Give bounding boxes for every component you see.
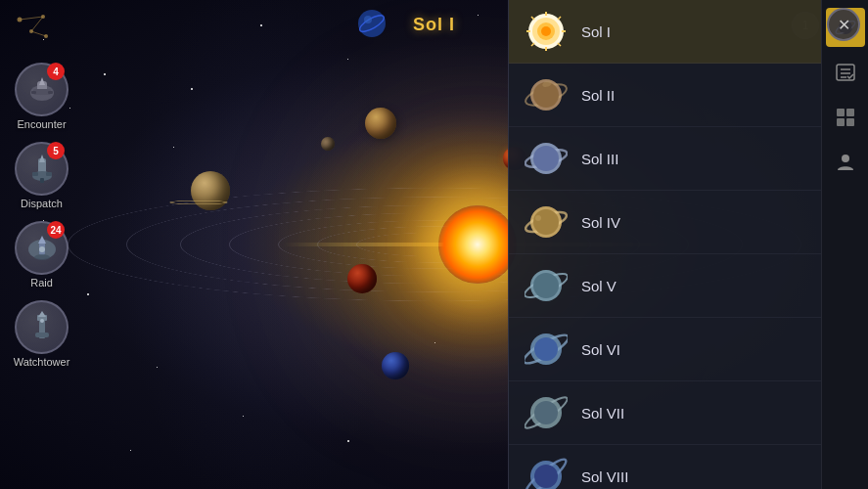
svg-point-66 (534, 465, 558, 488)
svg-line-7 (20, 17, 43, 20)
watchtower-icon (15, 300, 69, 354)
encounter-label: Encounter (17, 118, 66, 130)
svg-rect-15 (48, 91, 53, 94)
sol5-thumb (525, 264, 568, 307)
nav-item-raid[interactable]: 24 Raid (5, 217, 78, 292)
svg-rect-21 (40, 178, 44, 183)
constellation-icon (12, 12, 51, 52)
raid-label: Raid (30, 277, 53, 289)
planet-list-item-sol8[interactable]: Sol VIII (509, 445, 821, 489)
svg-marker-13 (39, 77, 45, 85)
sol6-thumb (525, 328, 568, 371)
svg-rect-20 (46, 172, 52, 176)
svg-point-35 (541, 26, 551, 36)
sol2-thumb (525, 73, 568, 116)
svg-point-0 (358, 10, 386, 37)
planet-list-panel: Sol I Sol II So (508, 0, 821, 489)
sol1-thumb (525, 10, 568, 53)
svg-marker-24 (38, 236, 46, 244)
left-nav-panel: 4 Encounter 5 (0, 49, 83, 381)
sol3-name: Sol III (581, 151, 618, 167)
planet-list-item-sol3[interactable]: Sol III (509, 127, 821, 191)
sol7-name: Sol VII (581, 405, 624, 422)
dispatch-label: Dispatch (21, 198, 63, 209)
planet-list-item-sol4[interactable]: Sol IV (509, 191, 821, 254)
sidebar-action-person[interactable] (826, 143, 865, 182)
sol5-name: Sol V (581, 278, 617, 294)
sol4-thumb (525, 200, 568, 244)
planet-list-item-sol6[interactable]: Sol VI (509, 318, 821, 381)
sidebar-action-grid[interactable] (826, 98, 865, 137)
svg-line-42 (558, 17, 561, 20)
svg-point-2 (364, 16, 372, 23)
close-button[interactable]: ✕ (827, 8, 860, 41)
check-icon (835, 62, 856, 83)
sol2-name: Sol II (581, 87, 615, 104)
svg-point-53 (533, 209, 559, 235)
planet-red (347, 264, 377, 293)
encounter-badge: 4 (47, 63, 65, 80)
svg-line-43 (531, 43, 534, 46)
svg-line-9 (31, 31, 46, 36)
svg-rect-76 (846, 109, 854, 116)
svg-rect-75 (837, 109, 845, 116)
sol4-name: Sol IV (581, 214, 620, 231)
header-planet-indicator (356, 8, 388, 39)
svg-point-60 (534, 337, 558, 361)
sol8-name: Sol VIII (581, 468, 628, 485)
central-star (438, 205, 517, 284)
planet-list-item-sol7[interactable]: Sol VII (509, 381, 821, 445)
grid-icon (835, 107, 856, 128)
dispatch-badge: 5 (47, 142, 65, 159)
svg-point-57 (533, 273, 559, 298)
nav-item-encounter[interactable]: 4 Encounter (5, 59, 78, 134)
svg-rect-78 (846, 118, 854, 126)
app-container: Sol I 1 ✕ (0, 0, 868, 489)
svg-line-40 (531, 17, 534, 20)
sol8-thumb (525, 455, 568, 489)
svg-rect-19 (32, 172, 38, 176)
close-icon: ✕ (838, 16, 850, 34)
svg-rect-14 (31, 91, 36, 94)
svg-point-50 (533, 146, 559, 171)
svg-marker-18 (39, 155, 45, 162)
header-title: Sol I (413, 15, 455, 35)
nav-item-watchtower[interactable]: Watchtower (5, 296, 78, 372)
svg-marker-30 (38, 311, 46, 317)
planet-gas-giant (365, 108, 396, 139)
svg-point-31 (40, 319, 44, 323)
raid-badge: 24 (47, 221, 65, 239)
svg-point-63 (534, 401, 558, 424)
right-sidebar (821, 0, 868, 489)
svg-point-79 (842, 155, 849, 162)
sol1-name: Sol I (581, 23, 611, 40)
svg-point-25 (34, 254, 50, 260)
svg-rect-77 (837, 118, 845, 126)
sidebar-action-check[interactable] (826, 53, 865, 92)
planet-list-item-sol5[interactable]: Sol V (509, 254, 821, 318)
svg-point-54 (535, 215, 541, 221)
planet-ringed (191, 171, 230, 210)
svg-point-26 (39, 246, 45, 252)
sol3-thumb (525, 137, 568, 180)
svg-rect-28 (35, 333, 49, 337)
planet-list-item-sol2[interactable]: Sol II (509, 64, 821, 127)
planet-list-item-sol1[interactable]: Sol I (509, 0, 821, 64)
nav-item-dispatch[interactable]: 5 Dispatch (5, 138, 78, 213)
sol7-thumb (525, 391, 568, 434)
person-icon (835, 152, 856, 173)
watchtower-label: Watchtower (14, 356, 70, 368)
svg-line-8 (31, 17, 43, 31)
sol6-name: Sol VI (581, 341, 620, 358)
svg-line-41 (558, 43, 561, 46)
